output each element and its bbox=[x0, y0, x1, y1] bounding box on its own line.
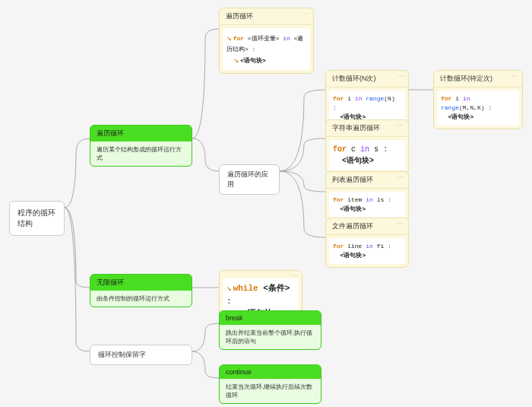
root-title: 程序的循环结构 bbox=[17, 208, 55, 227]
card-title: 计数循环(N次) bbox=[326, 71, 408, 87]
root-node[interactable]: 程序的循环结构 bbox=[9, 201, 65, 236]
label: 循环控制保留字 bbox=[98, 351, 146, 358]
card-subtitle: 结束当次循环,继续执行后续次数循环 bbox=[220, 379, 321, 403]
card-title: break bbox=[220, 311, 321, 325]
code-block: for c in s : <语句块> bbox=[329, 140, 405, 170]
branch-subtitle: 由条件控制的循环运行方式 bbox=[90, 291, 192, 307]
mindmap-canvas: 程序的循环结构 遍历循环 遍历某个结构形成的循环运行方式 ··· 遍历循环 ↘f… bbox=[0, 0, 532, 407]
keyword-continue[interactable]: continue 结束当次循环,继续执行后续次数循环 bbox=[219, 364, 321, 404]
card-title: 字符串遍历循环 bbox=[326, 120, 408, 137]
branch-title: 无限循环 bbox=[90, 275, 192, 291]
card-subtitle: 跳出并结束当前整个循环,执行循环后的语句 bbox=[220, 325, 321, 349]
dots-icon: ··· bbox=[511, 73, 518, 78]
branch-control-keywords[interactable]: 循环控制保留字 bbox=[90, 345, 192, 365]
traverse-loop-apps[interactable]: 遍历循环的应用 bbox=[219, 164, 280, 195]
code-block: ↘for <循环变量> in <遍历结构> : ↘<语句块> bbox=[223, 28, 310, 70]
count-loop-specific[interactable]: ··· 计数循环(特定次) for i in range(M,N,K) : <语… bbox=[433, 70, 523, 129]
traverse-loop-syntax[interactable]: ··· 遍历循环 ↘for <循环变量> in <遍历结构> : ↘<语句块> bbox=[219, 8, 314, 74]
string-traverse-loop[interactable]: ··· 字符串遍历循环 for c in s : <语句块> bbox=[325, 119, 409, 174]
card-title: 列表遍历循环 bbox=[326, 172, 408, 189]
code-block: for i in range(M,N,K) : <语句块> bbox=[437, 91, 519, 126]
keyword-break[interactable]: break 跳出并结束当前整个循环,执行循环后的语句 bbox=[219, 310, 321, 350]
branch-infinite-loop[interactable]: 无限循环 由条件控制的循环运行方式 bbox=[90, 274, 192, 307]
branch-traverse-loop[interactable]: 遍历循环 遍历某个结构形成的循环运行方式 bbox=[90, 125, 192, 167]
dots-icon: ··· bbox=[291, 273, 298, 278]
dots-icon: ··· bbox=[397, 122, 404, 128]
card-title: continue bbox=[220, 365, 321, 379]
dots-icon: ··· bbox=[397, 174, 404, 180]
code-block: for line in fi : <语句块> bbox=[329, 238, 405, 264]
card-title: 计数循环(特定次) bbox=[434, 71, 522, 87]
dots-icon: ··· bbox=[397, 73, 404, 78]
list-traverse-loop[interactable]: ··· 列表遍历循环 for item in ls : <语句块> bbox=[325, 171, 409, 221]
branch-subtitle: 遍历某个结构形成的循环运行方式 bbox=[90, 141, 192, 166]
branch-title: 遍历循环 bbox=[90, 126, 192, 141]
file-traverse-loop[interactable]: ··· 文件遍历循环 for line in fi : <语句块> bbox=[325, 218, 409, 268]
card-title: 文件遍历循环 bbox=[326, 218, 408, 235]
dots-icon: ··· bbox=[397, 221, 404, 226]
code-block: for item in ls : <语句块> bbox=[329, 192, 405, 218]
card-title: 遍历循环 bbox=[220, 8, 313, 25]
label: 遍历循环的应用 bbox=[227, 170, 268, 188]
dots-icon: ··· bbox=[302, 11, 309, 16]
